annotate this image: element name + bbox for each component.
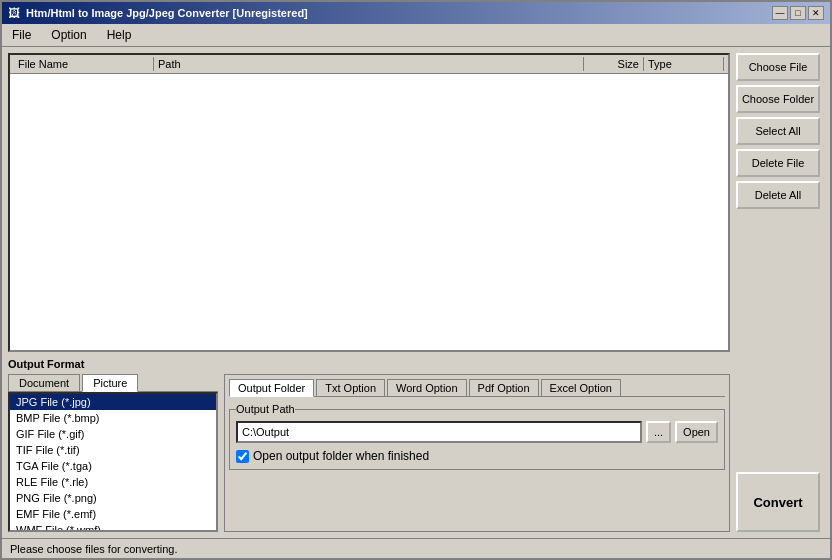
- option-tab-excel-option[interactable]: Excel Option: [541, 379, 621, 396]
- status-message: Please choose files for converting.: [10, 543, 178, 555]
- choose-folder-button[interactable]: Choose Folder: [736, 85, 820, 113]
- output-section: Output Format Document Picture JPG File …: [8, 358, 730, 532]
- format-listbox[interactable]: JPG File (*.jpg)BMP File (*.bmp)GIF File…: [8, 392, 218, 532]
- format-list-item[interactable]: EMF File (*.emf): [10, 506, 216, 522]
- format-list-item[interactable]: RLE File (*.rle): [10, 474, 216, 490]
- format-list-panel: Document Picture JPG File (*.jpg)BMP Fil…: [8, 374, 218, 532]
- menu-bar: File Option Help: [2, 24, 830, 47]
- option-tab-word-option[interactable]: Word Option: [387, 379, 467, 396]
- tab-picture[interactable]: Picture: [82, 374, 138, 392]
- option-tab-pdf-option[interactable]: Pdf Option: [469, 379, 539, 396]
- file-table: File Name Path Size Type: [8, 53, 730, 352]
- status-bar: Please choose files for converting.: [2, 538, 830, 558]
- option-tabs-area: Output FolderTxt OptionWord OptionPdf Op…: [224, 374, 730, 532]
- option-tab-output-folder[interactable]: Output Folder: [229, 379, 314, 397]
- options-panel: Output FolderTxt OptionWord OptionPdf Op…: [224, 374, 730, 532]
- app-icon: 🖼: [8, 6, 22, 20]
- checkbox-row: Open output folder when finished: [236, 449, 718, 463]
- col-path: Path: [154, 57, 584, 71]
- format-list-item[interactable]: GIF File (*.gif): [10, 426, 216, 442]
- menu-option[interactable]: Option: [45, 26, 92, 44]
- option-tabs-row: Output FolderTxt OptionWord OptionPdf Op…: [229, 379, 725, 397]
- format-area: Document Picture JPG File (*.jpg)BMP Fil…: [8, 374, 730, 532]
- right-sidebar: Choose File Choose Folder Select All Del…: [736, 53, 824, 532]
- minimize-button[interactable]: —: [772, 6, 788, 20]
- file-table-header: File Name Path Size Type: [10, 55, 728, 74]
- main-area: File Name Path Size Type Output Format D…: [2, 47, 830, 538]
- option-tab-txt-option[interactable]: Txt Option: [316, 379, 385, 396]
- output-path-legend: Output Path: [236, 403, 295, 415]
- convert-button[interactable]: Convert: [736, 472, 820, 532]
- format-list-item[interactable]: JPG File (*.jpg): [10, 394, 216, 410]
- title-bar-left: 🖼 Htm/Html to Image Jpg/Jpeg Converter […: [8, 6, 308, 20]
- title-bar: 🖼 Htm/Html to Image Jpg/Jpeg Converter […: [2, 2, 830, 24]
- select-all-button[interactable]: Select All: [736, 117, 820, 145]
- title-buttons: — □ ✕: [772, 6, 824, 20]
- format-list-item[interactable]: TIF File (*.tif): [10, 442, 216, 458]
- menu-file[interactable]: File: [6, 26, 37, 44]
- tab-document[interactable]: Document: [8, 374, 80, 391]
- format-list-item[interactable]: WMF File (*.wmf): [10, 522, 216, 532]
- close-button[interactable]: ✕: [808, 6, 824, 20]
- delete-all-button[interactable]: Delete All: [736, 181, 820, 209]
- center-column: File Name Path Size Type Output Format D…: [8, 53, 730, 532]
- choose-file-button[interactable]: Choose File: [736, 53, 820, 81]
- col-filename: File Name: [14, 57, 154, 71]
- output-path-input[interactable]: [236, 421, 642, 443]
- window-title: Htm/Html to Image Jpg/Jpeg Converter [Un…: [26, 7, 308, 19]
- format-list-item[interactable]: TGA File (*.tga): [10, 458, 216, 474]
- output-format-label: Output Format: [8, 358, 730, 370]
- maximize-button[interactable]: □: [790, 6, 806, 20]
- open-folder-label: Open output folder when finished: [253, 449, 429, 463]
- col-size: Size: [584, 57, 644, 71]
- open-button[interactable]: Open: [675, 421, 718, 443]
- col-type: Type: [644, 57, 724, 71]
- open-folder-checkbox[interactable]: [236, 450, 249, 463]
- file-table-body: [10, 74, 728, 347]
- delete-file-button[interactable]: Delete File: [736, 149, 820, 177]
- format-list-item[interactable]: BMP File (*.bmp): [10, 410, 216, 426]
- main-window: 🖼 Htm/Html to Image Jpg/Jpeg Converter […: [0, 0, 832, 560]
- browse-button[interactable]: ...: [646, 421, 671, 443]
- format-tabs-row: Document Picture: [8, 374, 218, 392]
- format-list-item[interactable]: PNG File (*.png): [10, 490, 216, 506]
- output-path-row: ... Open: [236, 421, 718, 443]
- menu-help[interactable]: Help: [101, 26, 138, 44]
